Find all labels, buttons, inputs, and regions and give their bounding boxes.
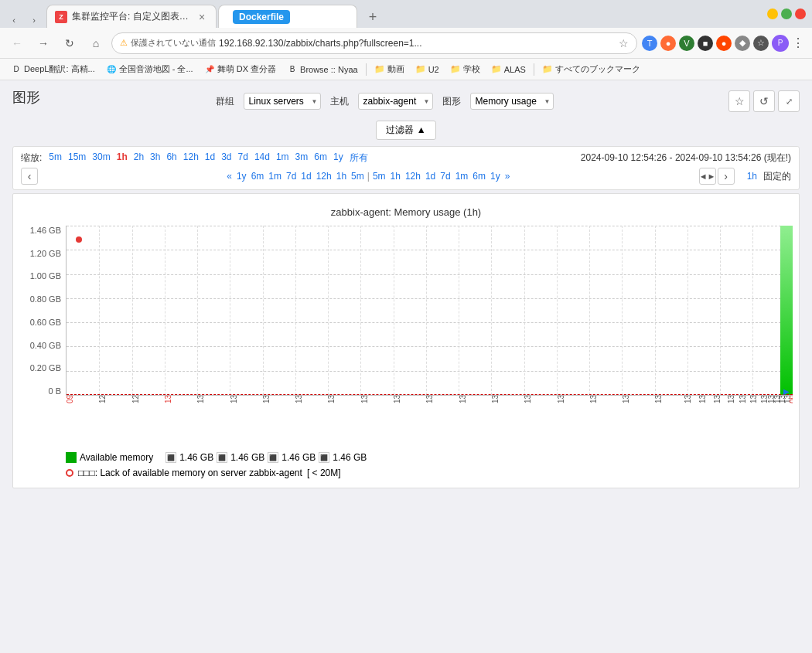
zoom-12h[interactable]: 12h [181,151,201,165]
tab-arrow-right[interactable]: › [26,12,42,28]
browser-menu-button[interactable]: ⋮ [792,36,806,50]
period-5m-back[interactable]: 5m [350,171,366,182]
period-12h-back[interactable]: 12h [315,171,333,182]
zoom-15m[interactable]: 15m [66,151,88,165]
period-1d-fwd[interactable]: 1d [424,171,437,182]
bookmark-nyaa[interactable]: B Browse :: Nyaa [282,63,363,77]
bookmark-maimai[interactable]: 📌 舞萌 DX 查分器 [200,62,281,77]
x-label-1330: 13:30 [654,396,663,403]
period-jump-end[interactable]: » [503,171,512,182]
ext-icon-2[interactable]: ● [660,36,676,51]
period-1h-back[interactable]: 1h [335,171,348,182]
host-select-wrapper[interactable]: zabbix-agent [358,93,433,110]
page-content: 图形 群组 Linux servers 主机 zabbix-agent 图 [0,80,812,653]
x-label-1324: 13:24 [557,396,565,403]
nyaa-icon: B [287,64,298,75]
bookmark-nyaa-label: Browse :: Nyaa [300,65,358,74]
favorite-button[interactable]: ☆ [728,90,750,112]
graph-select[interactable]: Memory usage [470,93,554,110]
period-1m-fwd[interactable]: 1m [454,171,470,182]
graph-label: 图形 [442,95,461,108]
trigger-legend: □□□: Lack of available memory on server … [19,466,793,481]
bookmark-map-label: 全国音游地図 - 全... [119,63,193,75]
zoom-1d[interactable]: 1d [203,151,217,165]
folder-video-label: 動画 [387,63,404,75]
period-1h-fwd[interactable]: 1h [389,171,402,182]
period-6m-fwd[interactable]: 6m [471,171,487,182]
period-jump-start[interactable]: « [225,171,234,182]
zoom-3d[interactable]: 3d [219,151,234,165]
ext-icon-3[interactable]: V [679,36,694,51]
bookmark-map[interactable]: 🌐 全国音游地図 - 全... [101,62,198,77]
zoom-6h[interactable]: 6h [164,151,179,165]
zoom-14d[interactable]: 14d [252,151,272,165]
ext-icon-5[interactable]: ● [716,36,732,51]
tab-active[interactable]: Z 集群监控平台: 自定义图表 [每... × [46,5,217,28]
close-button[interactable] [795,9,806,19]
kiosk-button[interactable]: ⤢ [778,90,800,112]
zoom-all[interactable]: 所有 [347,151,370,165]
zoom-1y[interactable]: 1y [331,151,346,165]
x-label-1328: 13:28 [622,396,630,403]
tab-arrow-left[interactable]: ‹ [6,12,22,28]
chart-plot: ▶ [66,226,793,396]
zoom-7d[interactable]: 7d [236,151,251,165]
zoom-30m[interactable]: 30m [90,151,112,165]
period-7d-fwd[interactable]: 7d [438,171,452,182]
forward-button[interactable]: → [32,32,54,54]
period-1m-back[interactable]: 1m [267,171,283,182]
maximize-button[interactable] [781,9,792,19]
zoom-6m[interactable]: 6m [312,151,329,165]
refresh-button[interactable]: ↻ [59,32,80,54]
zoom-3h[interactable]: 3h [148,151,162,165]
bookmark-folder-video[interactable]: 📁 動画 [370,62,409,77]
filter-toggle-button[interactable]: 过滤器 ▲ [376,121,435,140]
period-12h-fwd[interactable]: 12h [404,171,422,182]
period-6m-back[interactable]: 6m [250,171,266,182]
bookmark-folder-u2[interactable]: 📁 U2 [411,63,444,76]
folder-school-icon: 📁 [450,64,461,74]
zoom-2h[interactable]: 2h [131,151,146,165]
zoom-in-button[interactable]: ◄► [699,168,716,185]
new-tab-button[interactable]: + [362,6,384,28]
tab-dockerfile[interactable]: Dockerfile [218,5,357,28]
period-1y-fwd[interactable]: 1y [489,171,502,182]
x-label-1318: 13:18 [459,396,467,403]
zoom-links: 5m 15m 30m 1h 2h 3h 6h 12h 1d 3d 7d 14d [46,151,370,165]
ext-icon-6[interactable]: ◆ [735,36,750,51]
next-period-button[interactable]: › [718,168,735,185]
ext-icon-4[interactable]: ■ [698,36,713,51]
home-button[interactable]: ⌂ [85,32,107,54]
profile-icon[interactable]: P [772,35,789,52]
back-button[interactable]: ← [6,32,28,54]
period-7d-back[interactable]: 7d [285,171,298,182]
group-select-wrapper[interactable]: Linux servers [244,93,321,110]
time-range-display: 2024-09-10 12:54:26 - 2024-09-10 13:54:2… [581,151,791,165]
group-select[interactable]: Linux servers [244,93,321,110]
zero-line [67,394,793,395]
map-icon: 🌐 [106,64,117,75]
bookmark-folder-all[interactable]: 📁 すべてのブックマーク [537,62,645,77]
bookmark-star-icon[interactable]: ☆ [619,37,629,49]
zoom-3m[interactable]: 3m [293,151,311,165]
zoom-5m[interactable]: 5m [46,151,64,165]
bookmark-folder-alas[interactable]: 📁 ALAS [486,63,531,76]
ext-icon-7[interactable]: ☆ [753,36,769,51]
minimize-button[interactable] [767,9,778,19]
graph-select-wrapper[interactable]: Memory usage [470,93,554,110]
zoom-1h[interactable]: 1h [114,151,130,165]
zoom-1m[interactable]: 1m [274,151,292,165]
period-1y-back[interactable]: 1y [235,171,248,182]
bookmark-folder-school[interactable]: 📁 学校 [445,62,485,77]
period-5m-fwd[interactable]: 5m [371,171,387,182]
period-1d-back[interactable]: 1d [299,171,312,182]
page-header: 图形 群组 Linux servers 主机 zabbix-agent 图 [12,88,800,114]
tab-close-button[interactable]: × [196,11,208,23]
host-select[interactable]: zabbix-agent [358,93,433,110]
address-bar[interactable]: ⚠ 保護されていない通信 192.168.92.130/zabbix/chart… [111,32,637,54]
maimai-icon: 📌 [204,64,215,75]
bookmark-deepl[interactable]: D DeepL翻訳: 高精... [6,62,100,77]
refresh-graph-button[interactable]: ↺ [753,90,775,112]
prev-period-button[interactable]: ‹ [21,168,38,185]
translate-icon[interactable]: T [642,36,657,51]
